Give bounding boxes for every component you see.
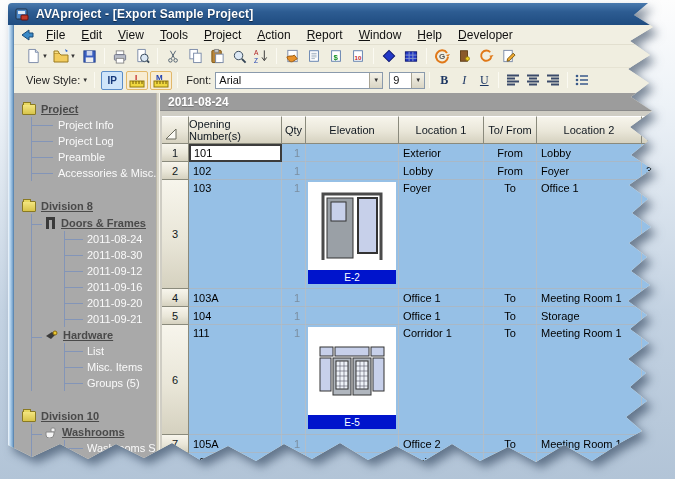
tree-group-project[interactable]: Project <box>22 101 156 117</box>
tree-item-project-info[interactable]: Project Info <box>32 117 156 133</box>
cell-qty[interactable]: 1 <box>282 289 306 307</box>
schedule-document-button[interactable] <box>303 47 325 66</box>
cell-qty[interactable]: 1 <box>282 435 306 453</box>
cell-elevation[interactable] <box>306 289 399 307</box>
menu-window[interactable]: Window <box>351 26 410 44</box>
bold-button[interactable]: B <box>434 71 454 89</box>
cell-location2[interactable]: Meeting Room 1 <box>537 325 642 435</box>
tree-item-washrooms-schedule[interactable]: Washrooms Schedule <box>65 440 156 456</box>
cell-partial[interactable] <box>642 289 660 307</box>
metric-ruler-button[interactable]: M <box>150 71 172 90</box>
tree-item-misc-items[interactable]: Misc. Items <box>65 359 156 375</box>
font-size-dropdown-arrow[interactable]: ▼ <box>411 73 424 88</box>
tree-item-schedule-date[interactable]: 2011-09-20 <box>65 295 156 311</box>
cell-tofrom[interactable]: To <box>484 435 537 453</box>
row-header[interactable]: 2 <box>162 162 189 180</box>
view-style-dropdown-arrow[interactable]: ▼ <box>82 77 90 83</box>
cut-button[interactable] <box>162 47 184 66</box>
new-document-button[interactable] <box>22 47 44 66</box>
find-button[interactable] <box>228 47 250 66</box>
cell-partial[interactable] <box>642 180 660 289</box>
tree-group-division-8[interactable]: Division 8 <box>22 198 156 214</box>
cell-partial[interactable] <box>642 307 660 325</box>
new-dropdown-arrow[interactable]: ▼ <box>42 53 50 59</box>
cell-opening[interactable]: 105A <box>189 435 282 453</box>
cell-elevation[interactable] <box>306 144 399 162</box>
menu-project[interactable]: Project <box>196 26 249 44</box>
copy-button[interactable] <box>184 47 206 66</box>
cell-elevation[interactable] <box>306 435 399 453</box>
cell-qty[interactable]: 1 <box>282 453 306 471</box>
row-header[interactable]: 6 <box>162 325 189 435</box>
open-button[interactable] <box>50 47 72 66</box>
font-size-combobox[interactable]: 9 ▼ <box>389 72 425 89</box>
open-dropdown-arrow[interactable]: ▼ <box>70 53 78 59</box>
column-header-partial[interactable]: N W <box>642 116 660 144</box>
cell-opening[interactable]: 106 <box>189 453 282 471</box>
column-header-elevation[interactable]: Elevation <box>306 116 399 144</box>
underline-button[interactable]: U <box>474 71 494 89</box>
bullet-list-button[interactable] <box>572 71 592 89</box>
row-header[interactable]: 3 <box>162 180 189 289</box>
cell-location1[interactable]: Foyer <box>399 180 484 289</box>
title-bar[interactable]: AVAproject - [Export Sample Project] <box>8 3 660 25</box>
cell-tofrom[interactable]: To <box>484 307 537 325</box>
column-header-location1[interactable]: Location 1 <box>399 116 484 144</box>
print-button[interactable] <box>109 47 131 66</box>
cell-tofrom[interactable]: To <box>484 289 537 307</box>
cell-location2[interactable]: Lobby <box>537 144 642 162</box>
cell-opening[interactable]: 103 <box>189 180 282 289</box>
menu-edit[interactable]: Edit <box>73 26 110 44</box>
tree-item-accessories-misc[interactable]: Accessories & Misc. <box>32 165 156 181</box>
cell-location2[interactable]: Office 3 <box>537 453 642 471</box>
sort-az-button[interactable]: AZ <box>250 47 272 66</box>
tree-item-project-log[interactable]: Project Log <box>32 133 156 149</box>
cell-elevation-drawing[interactable]: E-2 <box>306 180 399 289</box>
align-center-button[interactable] <box>523 71 543 89</box>
align-left-button[interactable] <box>503 71 523 89</box>
cell-location2[interactable]: Foyer <box>537 162 642 180</box>
menu-report[interactable]: Report <box>299 26 351 44</box>
menu-help[interactable]: Help <box>409 26 450 44</box>
tree-item-schedule-date[interactable]: 2011-08-30 <box>65 247 156 263</box>
italic-button[interactable]: I <box>454 71 474 89</box>
cell-opening[interactable]: 102 <box>189 162 282 180</box>
cell-qty[interactable]: 1 <box>282 307 306 325</box>
project-globe-button[interactable]: G <box>431 47 453 66</box>
cell-location1[interactable]: Lobby <box>399 162 484 180</box>
tree-item-schedule-date[interactable]: 2011-09-12 <box>65 263 156 279</box>
menu-developer[interactable]: Developer <box>450 26 521 44</box>
cell-partial[interactable]: 3 <box>642 144 660 162</box>
column-header-opening[interactable]: Opening Number(s) <box>189 116 282 144</box>
cell-tofrom[interactable]: To <box>484 453 537 471</box>
cell-location2[interactable]: Meeting Room 1 <box>537 289 642 307</box>
paste-button[interactable] <box>206 47 228 66</box>
cell-partial[interactable] <box>642 435 660 453</box>
font-name-combobox[interactable]: Arial ▼ <box>215 72 383 89</box>
takeoff-document-button[interactable] <box>281 47 303 66</box>
tree-group-washrooms[interactable]: Washrooms <box>45 424 156 440</box>
pricing-document-button[interactable]: $ <box>325 47 347 66</box>
cell-location1[interactable]: Office 1 <box>399 289 484 307</box>
column-header-tofrom[interactable]: To/ From <box>484 116 537 144</box>
save-button[interactable] <box>78 47 100 66</box>
menu-action[interactable]: Action <box>249 26 298 44</box>
imperial-ruler-button[interactable]: I <box>126 71 148 90</box>
cell-partial[interactable] <box>642 325 660 435</box>
tree-item-groups[interactable]: Groups (5) <box>65 375 156 391</box>
align-right-button[interactable] <box>543 71 563 89</box>
menu-view[interactable]: View <box>110 26 152 44</box>
print-preview-button[interactable] <box>131 47 153 66</box>
totals-document-button[interactable]: 10 <box>347 47 369 66</box>
cell-partial[interactable]: 3 <box>642 162 660 180</box>
cell-location1[interactable]: Corridor 1 <box>399 325 484 435</box>
tree-item-schedule-date[interactable]: 2011-09-21 <box>65 311 156 327</box>
menu-file[interactable]: File <box>38 26 73 44</box>
cell-qty[interactable]: 1 <box>282 162 306 180</box>
tree-item-schedule-date[interactable]: 2011-08-24 <box>65 231 156 247</box>
row-header[interactable]: 4 <box>162 289 189 307</box>
ip-toggle-button[interactable]: IP <box>101 71 123 90</box>
column-header-location2[interactable]: Location 2 <box>537 116 642 144</box>
cell-location1[interactable]: Office 1 <box>399 307 484 325</box>
row-header[interactable]: 7 <box>162 435 189 453</box>
